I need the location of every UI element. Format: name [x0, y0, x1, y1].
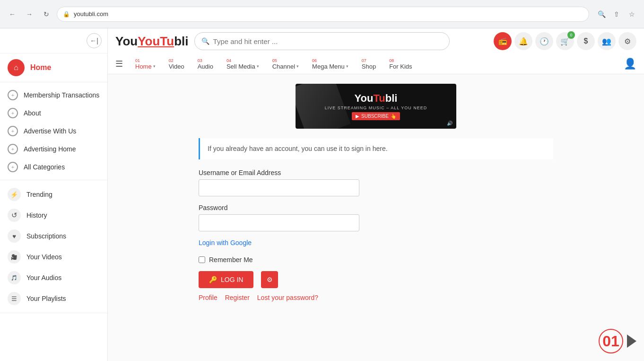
main-content: YouTubli LIVE STREAMING MUSIC – ALL YOU …: [108, 74, 644, 361]
username-form-group: Username or Email Address: [199, 169, 553, 196]
app-container: ←| ⌂ Home + Membership Transactions + Ab…: [0, 28, 644, 361]
nav-item-audio[interactable]: 03 Audio: [191, 54, 220, 74]
advertise-icon: +: [8, 126, 18, 136]
remember-me-label: Remember Me: [209, 256, 253, 264]
sidebar-item-about[interactable]: + About: [0, 104, 107, 122]
logo[interactable]: YouYouTubli: [115, 34, 189, 49]
clock-button[interactable]: 🕐: [535, 32, 553, 50]
clock-icon: 🕐: [540, 37, 549, 46]
sidebar: ←| ⌂ Home + Membership Transactions + Ab…: [0, 28, 108, 361]
nav-label-channel: Channel ▾: [272, 63, 299, 70]
sidebar-item-your-videos[interactable]: 🎥 Your Videos: [0, 247, 107, 267]
google-login-button[interactable]: Login with Google: [199, 239, 252, 247]
remember-me-row: Remember Me: [199, 256, 553, 264]
nav-item-channel[interactable]: 05 Channel ▾: [266, 54, 305, 74]
about-icon: +: [8, 108, 18, 118]
sidebar-item-your-audios[interactable]: 🎵 Your Audios: [0, 267, 107, 288]
sidebar-section-media: ⚡ Trending ↺ History ♥ Subscriptions 🎥 Y…: [0, 180, 107, 313]
nav-menu-items: 01 Home ▾ 02 Video 03 Audio 04 Sell Medi…: [129, 54, 624, 74]
lock-icon: 🔒: [63, 11, 70, 18]
chevron-mega-menu: ▾: [346, 64, 348, 69]
sidebar-home-item[interactable]: ⌂ Home: [0, 53, 107, 82]
nav-item-shop[interactable]: 07 Shop: [355, 54, 383, 74]
your-playlists-label: Your Playlists: [26, 295, 66, 302]
cart-icon: 🛒: [560, 37, 570, 46]
gear-icon: ⚙: [267, 276, 273, 283]
bottom-right-counter: 01: [599, 329, 636, 353]
sidebar-item-your-playlists[interactable]: ☰ Your Playlists: [0, 288, 107, 309]
username-input[interactable]: [199, 179, 359, 196]
nav-item-mega-menu[interactable]: 06 Mega Menu ▾: [305, 54, 355, 74]
top-nav-row2: ☰ 01 Home ▾ 02 Video 03 Audio: [108, 54, 644, 74]
sidebar-item-membership[interactable]: + Membership Transactions: [0, 86, 107, 104]
nav-item-sell-media[interactable]: 04 Sell Media ▾: [220, 54, 266, 74]
nav-num-channel: 05: [272, 58, 299, 63]
refresh-button[interactable]: ↻: [40, 8, 53, 21]
remember-me-checkbox[interactable]: [199, 256, 205, 263]
membership-icon: +: [8, 90, 18, 100]
user-avatar-nav[interactable]: 👤: [624, 58, 636, 70]
history-label: History: [26, 211, 47, 219]
star-icon[interactable]: ☆: [625, 8, 638, 21]
password-input[interactable]: [199, 214, 359, 231]
key-btn[interactable]: ⚙: [261, 271, 278, 288]
sidebar-item-advertise[interactable]: + Advertise With Us: [0, 122, 107, 140]
login-buttons-row: 🔑 LOG IN ⚙: [199, 271, 553, 288]
radio-button[interactable]: 📻: [494, 32, 512, 50]
nav-item-for-kids[interactable]: 08 For Kids: [383, 54, 418, 74]
bookmark-icon[interactable]: 🔍: [595, 8, 608, 21]
sidebar-item-subscriptions[interactable]: ♥ Subscriptions: [0, 226, 107, 247]
address-bar[interactable]: 🔒 youtubli.com: [57, 7, 589, 22]
nav-num-home: 01: [135, 58, 156, 63]
subscriptions-icon: ♥: [8, 229, 21, 243]
banner-subtitle: LIVE STREAMING MUSIC – ALL YOU NEED: [325, 106, 427, 110]
login-button[interactable]: 🔑 LOG IN: [199, 271, 253, 288]
settings-button[interactable]: ⚙: [618, 32, 636, 50]
top-nav: YouYouTubli 🔍 📻 🔔 🕐: [108, 28, 644, 74]
sidebar-item-trending[interactable]: ⚡ Trending: [0, 184, 107, 205]
info-box: If you already have an account, you can …: [199, 138, 553, 159]
chevron-sell-media: ▾: [257, 64, 259, 69]
sidebar-item-advertising-home[interactable]: + Advertising Home: [0, 140, 107, 158]
sidebar-advertise-label: Advertise With Us: [24, 127, 76, 135]
bell-button[interactable]: 🔔: [514, 32, 532, 50]
nav-num-sell-media: 04: [226, 58, 259, 63]
share-icon[interactable]: ⇧: [610, 8, 623, 21]
users-button[interactable]: 👥: [598, 32, 616, 50]
nav-label-sell-media: Sell Media ▾: [226, 63, 259, 70]
sidebar-item-all-categories[interactable]: + All Categories: [0, 158, 107, 176]
banner-subscribe-btn: ▶ SUBSCRIBE 👆: [352, 112, 400, 120]
info-text: If you already have an account, you can …: [208, 145, 388, 152]
chevron-home: ▾: [153, 64, 156, 69]
banner-inner: YouTubli LIVE STREAMING MUSIC – ALL YOU …: [325, 92, 427, 120]
nav-num-shop: 07: [362, 58, 376, 63]
users-icon: 👥: [602, 37, 611, 46]
back-button[interactable]: ←: [6, 8, 19, 21]
register-link[interactable]: Register: [225, 294, 250, 301]
logo-you: You: [115, 34, 138, 48]
dollar-button[interactable]: $: [577, 32, 595, 50]
lost-password-link[interactable]: Lost your password?: [257, 294, 318, 301]
search-input[interactable]: [213, 37, 443, 45]
nav-label-video: Video: [169, 63, 184, 70]
nav-icons: 📻 🔔 🕐 🛒 0 $ 👥: [494, 32, 636, 50]
hamburger-button[interactable]: ☰: [115, 59, 129, 69]
sidebar-toggle-button[interactable]: ←|: [87, 33, 102, 48]
home-label: Home: [30, 63, 51, 72]
your-playlists-icon: ☰: [8, 292, 21, 305]
url-text: youtubli.com: [74, 10, 108, 18]
radio-icon: 📻: [498, 37, 507, 45]
history-icon: ↺: [8, 209, 21, 222]
nav-label-audio: Audio: [198, 63, 213, 70]
nav-item-home[interactable]: 01 Home ▾: [129, 54, 162, 74]
chevron-channel: ▾: [296, 64, 299, 69]
forward-button[interactable]: →: [23, 8, 36, 21]
settings-icon: ⚙: [624, 37, 631, 46]
banner-logo: YouTubli: [325, 92, 427, 105]
nav-item-video[interactable]: 02 Video: [162, 54, 191, 74]
sidebar-advertising-home-label: Advertising Home: [24, 145, 76, 153]
nav-label-mega-menu: Mega Menu ▾: [312, 63, 348, 70]
profile-link[interactable]: Profile: [199, 294, 218, 301]
sidebar-item-history[interactable]: ↺ History: [0, 205, 107, 226]
cart-button[interactable]: 🛒 0: [556, 32, 574, 50]
